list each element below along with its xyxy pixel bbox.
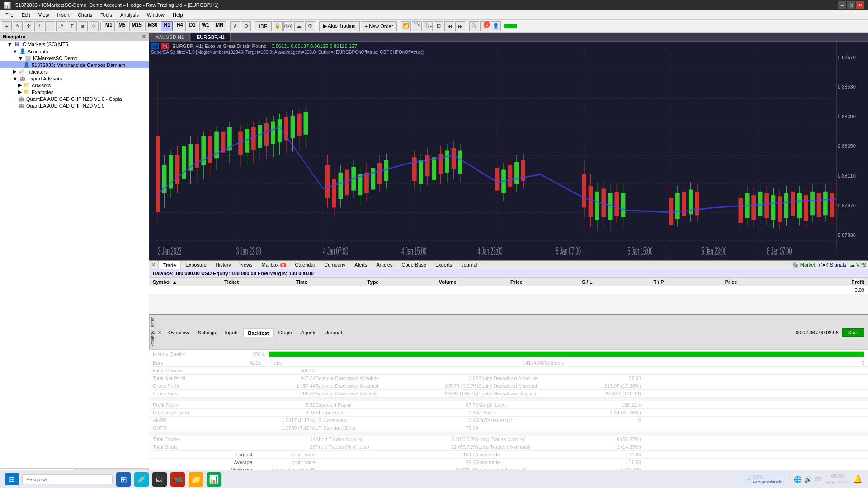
menu-file[interactable]: File xyxy=(2,11,17,19)
tb-settings[interactable]: ⚙ xyxy=(305,21,315,31)
tb-grid[interactable]: ⊞ xyxy=(434,21,443,31)
tb-trend[interactable]: ↗ xyxy=(56,21,66,31)
trade-tab-articles[interactable]: Articles xyxy=(372,261,397,269)
tb-new-chart[interactable]: + xyxy=(2,21,12,31)
taskbar-app-1[interactable]: ⊞ xyxy=(116,472,131,487)
chart-tab-xauusd[interactable]: XAUUSD,H1 xyxy=(150,33,190,41)
st-tab-agents[interactable]: Agents xyxy=(297,328,321,337)
nav-item-examples[interactable]: ▶ 📁 Examples xyxy=(0,89,149,95)
market-link[interactable]: 🏪 Market xyxy=(793,262,816,268)
tb-zoom[interactable]: ⊕ xyxy=(241,21,251,31)
col-ticket[interactable]: Ticket xyxy=(222,279,294,285)
tb-algo-icon[interactable]: ((●)) xyxy=(283,21,293,31)
col-profit[interactable]: Profit xyxy=(795,279,866,285)
minimize-btn[interactable]: – xyxy=(838,1,846,9)
st-tab-overview[interactable]: Overview xyxy=(164,328,193,337)
menu-window[interactable]: Window xyxy=(143,11,168,19)
st-tab-graph[interactable]: Graph xyxy=(274,328,297,337)
menu-analysis[interactable]: Analysis xyxy=(117,11,142,19)
close-btn[interactable]: ✕ xyxy=(856,1,864,9)
navigator-close[interactable]: ✕ xyxy=(142,33,146,40)
col-type[interactable]: Type xyxy=(366,279,437,285)
nav-item-quant-ea[interactable]: 🤖 QuantEA AUD CAD CHF NZD V1.0 xyxy=(0,102,149,109)
signals-link[interactable]: ((●)) Signals xyxy=(819,262,846,267)
tb-indicators[interactable]: ≡ xyxy=(78,21,88,31)
col-time[interactable]: Time xyxy=(294,279,365,285)
trade-panel-close[interactable]: ✕ xyxy=(151,262,156,268)
tb-zoom-in[interactable]: 🔍+ xyxy=(412,21,422,31)
tf-m30[interactable]: M30 xyxy=(145,21,160,31)
tb-objects[interactable]: ◇ xyxy=(89,21,99,31)
col-tp[interactable]: T / P xyxy=(651,279,723,285)
menu-edit[interactable]: Edit xyxy=(18,11,34,19)
tf-m5[interactable]: M5 xyxy=(116,21,128,31)
menu-tools[interactable]: Tools xyxy=(97,11,116,19)
st-close[interactable]: ✕ xyxy=(157,329,162,336)
tb-lock[interactable]: 🔒 xyxy=(273,21,283,31)
taskbar-app-chilli[interactable]: 🌶 xyxy=(134,472,149,487)
strategy-tester-label[interactable]: Strategy Tester xyxy=(149,315,156,349)
tf-mn[interactable]: MN xyxy=(213,21,226,31)
algo-trading-btn[interactable]: ▶ Algo Trading xyxy=(319,21,360,31)
taskbar-app-trading[interactable]: 📊 xyxy=(207,472,221,487)
trade-tab-mailbox[interactable]: Mailbox 8 xyxy=(257,261,291,269)
new-order-btn[interactable]: + New Order xyxy=(361,21,397,31)
st-tab-inputs[interactable]: Inputs xyxy=(221,328,243,337)
nav-item-ic-markets[interactable]: ▼ 🖥 IC Markets (SC) MT5 xyxy=(0,41,149,48)
trade-tab-news[interactable]: News xyxy=(236,261,257,269)
menu-insert[interactable]: Insert xyxy=(53,11,73,19)
nav-item-account-user[interactable]: 👤 51372833: Marchand de Campos Damiem xyxy=(0,61,149,68)
taskbar-app-file[interactable]: 🗂 xyxy=(152,472,167,487)
st-start-btn[interactable]: Start xyxy=(842,328,864,337)
tb-next[interactable]: ⏭ xyxy=(455,21,465,31)
nav-item-quant-ea-copia[interactable]: 🤖 QuantEA AUD CAD CHF NZD V1.0 - Copia xyxy=(0,95,149,102)
tb-zoom-out[interactable]: 🔍- xyxy=(423,21,433,31)
start-btn[interactable]: ⊞ xyxy=(5,473,19,485)
tray-notification-icon[interactable]: 🔔 xyxy=(853,474,863,484)
menu-view[interactable]: View xyxy=(35,11,53,19)
tb-ide[interactable]: IDE xyxy=(255,21,271,31)
trade-tab-calendar[interactable]: Calendar xyxy=(291,261,320,269)
nav-item-expert-advisors[interactable]: ▼ 🤖 Expert Advisors xyxy=(0,75,149,82)
menu-help[interactable]: Help xyxy=(169,11,187,19)
st-tab-journal[interactable]: Journal xyxy=(321,328,346,337)
tf-m15[interactable]: M15 xyxy=(129,21,144,31)
tb-crosshair[interactable]: ✛ xyxy=(24,21,33,31)
maximize-btn[interactable]: □ xyxy=(847,1,855,9)
nav-item-indicators[interactable]: ▶ 📈 Indicators xyxy=(0,68,149,75)
taskbar-app-video[interactable]: 📹 xyxy=(170,472,185,487)
trade-tab-codebase[interactable]: Code Base xyxy=(397,261,430,269)
trade-tab-company[interactable]: Company xyxy=(320,261,350,269)
menu-charts[interactable]: Charts xyxy=(74,11,96,19)
tf-m1[interactable]: M1 xyxy=(103,21,115,31)
tf-w1[interactable]: W1 xyxy=(199,21,212,31)
tb-search[interactable]: 🔍 xyxy=(469,21,479,31)
tb-text[interactable]: T xyxy=(67,21,77,31)
col-price[interactable]: Price xyxy=(509,279,580,285)
tray-chevron[interactable]: ^ xyxy=(788,476,791,483)
trade-tab-experts[interactable]: Experts xyxy=(431,261,457,269)
trade-tab-history[interactable]: History xyxy=(211,261,236,269)
tb-chart-type[interactable]: 🕯 xyxy=(230,21,240,31)
tf-d1[interactable]: D1 xyxy=(187,21,198,31)
trade-tab-exposure[interactable]: Exposure xyxy=(181,261,211,269)
tb-hline[interactable]: — xyxy=(45,21,55,31)
st-tab-backtest[interactable]: Backtest xyxy=(243,328,274,337)
tb-cursor[interactable]: ↖ xyxy=(13,21,23,31)
tb-cloud[interactable]: ☁ xyxy=(294,21,304,31)
trade-tab-trade[interactable]: Trade xyxy=(158,261,181,269)
col-volume[interactable]: Volume xyxy=(437,279,509,285)
trade-tab-journal[interactable]: Journal xyxy=(457,261,482,269)
taskbar-app-folder[interactable]: 📁 xyxy=(189,472,203,487)
tb-profile[interactable]: 👤 xyxy=(491,21,501,31)
col-sl[interactable]: S / L xyxy=(580,279,651,285)
trade-tab-alerts[interactable]: Alerts xyxy=(350,261,372,269)
col-symbol[interactable]: Symbol ▲ xyxy=(151,279,222,285)
col-price2[interactable]: Price xyxy=(723,279,795,285)
taskbar-search[interactable] xyxy=(22,474,113,484)
chart-container[interactable]: 🇪🇺 🇬🇧 EURGBP, H1; Euro vs Great Britain … xyxy=(149,42,868,260)
st-tab-settings[interactable]: Settings xyxy=(193,328,221,337)
tf-h4[interactable]: H4 xyxy=(174,21,185,31)
nav-item-advisors[interactable]: ▶ 📁 Advisors xyxy=(0,82,149,89)
vps-link[interactable]: ☁ VPS xyxy=(850,262,866,268)
